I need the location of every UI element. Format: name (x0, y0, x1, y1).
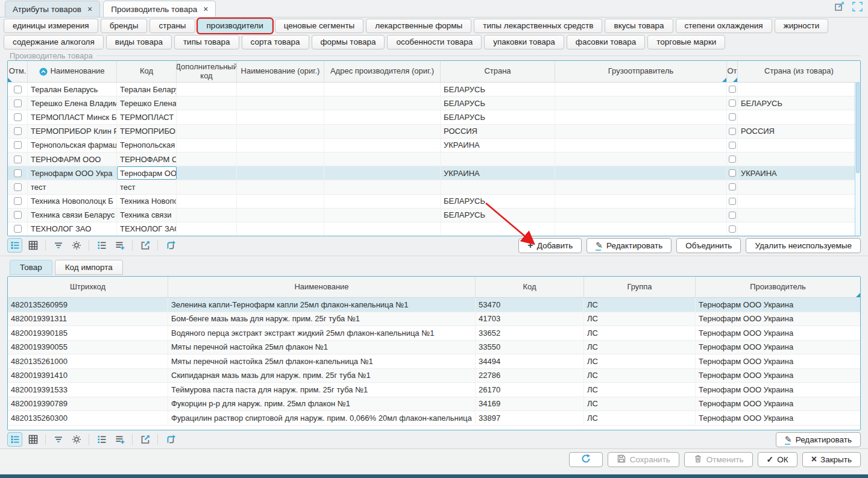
product-tab-0[interactable]: Товар (10, 260, 52, 275)
from-checkbox[interactable] (729, 212, 736, 219)
product-row[interactable]: 4820019390055Мяты перечной настойка 25мл… (8, 341, 860, 355)
manufacturer-row[interactable]: Тернофарм ООО УкраТернофарм ООУКРАИНАУКР… (8, 166, 860, 180)
row-checkbox[interactable] (14, 156, 22, 163)
attribute-tab-row2-7[interactable]: фасовки товара (567, 35, 645, 49)
loop-arrow-icon[interactable] (163, 238, 178, 253)
column-header-3[interactable]: Дополнительный код (177, 61, 237, 82)
save-button[interactable]: Сохранить (608, 452, 679, 467)
row-checkbox[interactable] (14, 169, 22, 177)
product-row[interactable]: 4820135261000Мяты перечной настойка 25мл… (8, 354, 860, 369)
row-checkbox[interactable] (14, 113, 22, 121)
manufacturer-row[interactable]: Техника Новополоцк БТехника НовопоБЕЛАРУ… (8, 195, 860, 209)
grid-view-icon[interactable] (25, 238, 40, 253)
column-header-1[interactable]: Наименование (28, 61, 117, 82)
manufacturer-row[interactable]: ТЕХНОЛОГ ЗАОТЕХНОЛОГ ЗАО (8, 222, 860, 236)
attribute-tab-row2-0[interactable]: содержание алкоголя (4, 35, 104, 49)
attribute-tab-row1-8[interactable]: степени охлаждения (676, 19, 772, 33)
product-column-header-1[interactable]: Наименование (168, 277, 476, 297)
product-tab-1[interactable]: Код импорта (55, 260, 123, 275)
attribute-tab-row2-1[interactable]: виды товара (106, 35, 172, 49)
gear-icon[interactable] (69, 238, 84, 253)
product-row[interactable]: 4820019391410Скипидарная мазь мазь для н… (8, 369, 860, 383)
attribute-tab-row2-3[interactable]: сорта товара (242, 35, 309, 49)
open-external-icon[interactable] (137, 432, 153, 447)
attribute-tab-row1-3[interactable]: производители (198, 19, 272, 33)
attribute-tab-row1-1[interactable]: бренды (101, 19, 148, 33)
column-header-4[interactable]: Наименование (ориг.) (237, 61, 324, 82)
window-tab[interactable]: Атрибуты товаров× (5, 1, 100, 17)
manufacturer-row[interactable]: Техника связи БеларусТехника связиБЕЛАРУ… (8, 209, 860, 222)
attribute-tab-row1-2[interactable]: страны (149, 19, 195, 33)
attribute-tab-row2-6[interactable]: упаковки товара (484, 35, 564, 49)
ok-button[interactable]: ✓ОК (758, 452, 797, 467)
manufacturer-row[interactable]: тесттест (8, 180, 860, 194)
attribute-tab-row1-7[interactable]: вкусы товара (605, 19, 673, 33)
from-checkbox[interactable] (729, 99, 736, 107)
attribute-tab-row1-5[interactable]: лекарственные формы (366, 19, 471, 33)
edit-product-button[interactable]: ✎ Редактировать (776, 432, 861, 447)
product-row[interactable]: 4820019391311Бом-бенге мазь мазь для нар… (8, 312, 860, 327)
product-column-header-2[interactable]: Код (476, 277, 584, 297)
product-column-header-0[interactable]: Штрихкод (8, 277, 168, 297)
window-tab[interactable]: Производитель товара× (103, 1, 216, 17)
loop-arrow-icon[interactable] (163, 432, 178, 447)
list-view-icon[interactable] (7, 432, 22, 447)
column-header-7[interactable]: Грузоотправитель (555, 61, 727, 82)
product-row[interactable]: 4820019391533Теймурова паста паста для н… (8, 383, 860, 397)
attribute-tab-row2-2[interactable]: типы товара (174, 35, 239, 49)
manufacturer-row[interactable]: Тернопольская фармацТернопольскаяУКРАИНА (8, 139, 860, 153)
from-checkbox[interactable] (729, 86, 736, 93)
row-checkbox[interactable] (14, 99, 22, 107)
filter-icon[interactable] (51, 238, 66, 253)
attribute-tab-row2-5[interactable]: особенности товара (387, 35, 482, 49)
from-checkbox[interactable] (729, 225, 736, 233)
from-checkbox[interactable] (729, 156, 736, 163)
attribute-tab-row2-4[interactable]: формы товара (312, 35, 385, 49)
attribute-tab-row2-8[interactable]: торговые марки (647, 35, 725, 49)
from-checkbox[interactable] (729, 142, 736, 149)
product-row[interactable]: 4820019390185Водяного перца экстракт экс… (8, 326, 860, 341)
attribute-tab-row1-6[interactable]: типы лекарственных средств (474, 19, 602, 33)
merge-button[interactable]: Объединить (676, 238, 741, 253)
product-row[interactable]: 4820135260300Фурацилин раствор спиртовой… (8, 411, 860, 426)
from-checkbox[interactable] (729, 198, 736, 205)
column-header-9[interactable]: Страна (из товара) (738, 61, 860, 82)
attribute-tab-row1-0[interactable]: единицы измерения (4, 19, 98, 33)
refresh-button[interactable] (569, 452, 603, 467)
product-row[interactable]: 4820135260959Зеленина капли-Тернофарм ка… (8, 298, 860, 312)
manufacturer-row[interactable]: Тералан БеларусьТералан БеларуБЕЛАРУСЬ (8, 83, 860, 96)
row-checkbox[interactable] (14, 141, 22, 149)
delete-unused-button[interactable]: Удалить неиспользуемые (746, 238, 861, 253)
column-header-2[interactable]: Код (117, 61, 177, 82)
scrollbar-thumb[interactable] (856, 83, 860, 173)
manufacturer-row[interactable]: ТЕРНОФАРМ ОООТЕРНОФАРМ ОС (8, 153, 860, 166)
row-checkbox[interactable] (14, 225, 22, 233)
attribute-tab-row1-4[interactable]: ценовые сегменты (275, 19, 364, 33)
attribute-tab-row1-9[interactable]: жирности (775, 19, 829, 33)
column-header-8[interactable]: От (727, 61, 738, 82)
add-to-list-icon[interactable] (112, 238, 127, 253)
row-checkbox[interactable] (14, 197, 22, 205)
numbered-list-icon[interactable] (94, 432, 109, 447)
manufacturer-row[interactable]: ТЕРМОПЛАСТ Минск БТЕРМОПЛАСТ МБЕЛАРУСЬ (8, 110, 860, 124)
column-header-5[interactable]: Адрес производителя (ориг.) (324, 61, 441, 82)
row-checkbox[interactable] (14, 211, 22, 219)
vertical-scrollbar[interactable] (855, 83, 860, 236)
close-button[interactable]: ×Закрыть (802, 452, 861, 467)
open-in-new-window-icon[interactable] (834, 1, 846, 14)
cancel-button[interactable]: Отменить (684, 452, 753, 467)
product-column-header-4[interactable]: Производитель (696, 277, 860, 297)
row-checkbox[interactable] (14, 183, 22, 191)
grid-view-icon[interactable] (25, 432, 40, 447)
edit-button[interactable]: ✎Редактировать (587, 238, 671, 253)
manufacturer-row[interactable]: ТЕРМОПРИБОР Клин РТЕРМОПРИБОРРОССИЯРОССИ… (8, 125, 860, 139)
list-view-icon[interactable] (7, 238, 22, 253)
open-external-icon[interactable] (137, 238, 153, 253)
add-button[interactable]: +Добавить (518, 238, 582, 253)
numbered-list-icon[interactable] (94, 238, 109, 253)
gear-icon[interactable] (69, 432, 84, 447)
column-header-6[interactable]: Страна (441, 61, 555, 82)
from-checkbox[interactable] (729, 183, 736, 190)
toggle-fullscreen-icon[interactable] (852, 1, 863, 14)
column-header-0[interactable]: Отм. (8, 61, 28, 82)
